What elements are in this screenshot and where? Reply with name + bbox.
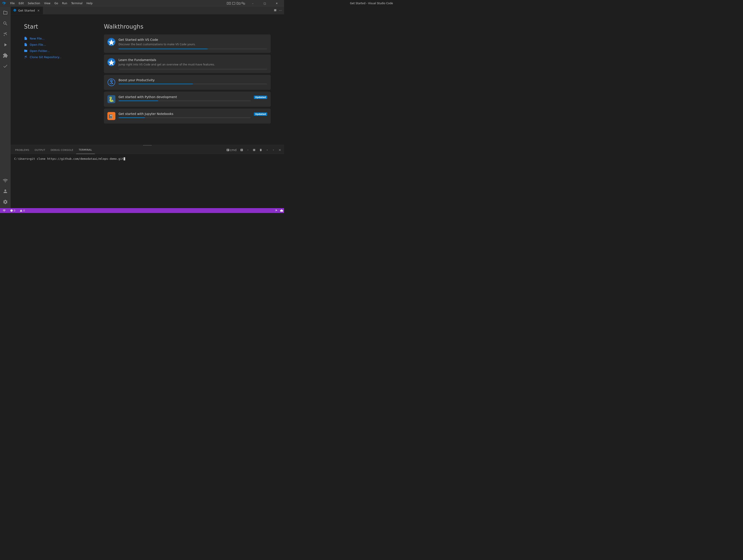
tab-actions: ··· [271, 7, 284, 14]
walkthroughs-title: Walkthroughs [104, 23, 271, 30]
warning-count: 0 [23, 209, 25, 212]
menu-go[interactable]: Go [53, 1, 60, 5]
minimize-button[interactable]: – [248, 0, 258, 7]
walkthrough-python-progress-bar [119, 100, 158, 101]
walkthrough-vscode-desc: Discover the best customizations to make… [119, 42, 267, 46]
open-file-icon [24, 43, 28, 46]
status-warnings[interactable]: 0 [19, 208, 26, 213]
svg-rect-3 [237, 2, 238, 4]
svg-text:📓: 📓 [108, 114, 114, 119]
clone-git-item[interactable]: Clone Git Repository... [24, 54, 91, 60]
status-notifications[interactable] [274, 208, 279, 213]
tab-title: Get Started [18, 9, 35, 12]
status-remote-button[interactable] [2, 208, 7, 213]
editor-content: Start New File... Open File... [11, 14, 284, 208]
walkthrough-jupyter-progress [119, 118, 251, 118]
menu-selection[interactable]: Selection [26, 1, 42, 5]
activity-item-testing[interactable] [0, 61, 11, 72]
panel-tab-bar: PROBLEMS OUTPUT DEBUG CONSOLE TERMINAL c… [11, 146, 284, 154]
open-folder-item[interactable]: Open Folder... [24, 48, 91, 54]
walkthrough-card-python[interactable]: 🐍 Get started with Python development Up… [104, 92, 271, 107]
activity-item-settings[interactable] [0, 197, 11, 207]
activity-item-run-debug[interactable] [0, 40, 11, 50]
walkthrough-jupyter-icon: 📓 [107, 112, 116, 120]
walkthrough-productivity-title: Boost your Productivity [119, 78, 267, 82]
activity-item-remote-explorer[interactable] [0, 175, 11, 186]
walkthrough-card-fundamentals[interactable]: Learn the Fundamentals Jump right into V… [104, 55, 271, 73]
menu-terminal[interactable]: Terminal [70, 1, 84, 5]
walkthrough-python-icon: 🐍 [107, 95, 116, 103]
walkthrough-python-progress [119, 100, 251, 101]
terminal-content[interactable]: C:\Users>git clone https://github.com/de… [11, 154, 284, 208]
menu-file[interactable]: File [8, 1, 16, 5]
tab-bar: Get Started × ··· [11, 7, 284, 14]
menu-help[interactable]: Help [85, 1, 94, 5]
python-updated-badge: Updated [254, 96, 267, 99]
close-panel-button[interactable] [277, 148, 282, 152]
walkthrough-vscode-text: Get Started with VS Code Discover the be… [119, 38, 267, 49]
activity-item-explorer[interactable] [0, 7, 11, 18]
walkthrough-vscode-title: Get Started with VS Code [119, 38, 267, 42]
panel-actions: cmd [225, 148, 282, 152]
error-count: 0 [14, 209, 15, 212]
svg-text:🐍: 🐍 [108, 96, 115, 102]
more-actions-button[interactable]: ··· [278, 8, 282, 13]
activity-item-search[interactable] [0, 18, 11, 29]
tab-close-button[interactable]: × [37, 9, 40, 12]
get-started-page: Start New File... Open File... [11, 14, 284, 145]
close-button[interactable]: ✕ [272, 0, 282, 7]
open-folder-icon [24, 49, 28, 53]
tab-icon [13, 9, 16, 12]
editor-area: Get Started × ··· Start [11, 7, 284, 208]
walkthrough-fundamentals-title: Learn the Fundamentals [119, 58, 267, 62]
status-bar: 0 0 [0, 208, 284, 213]
panel-tab-problems[interactable]: PROBLEMS [12, 146, 32, 154]
walkthrough-jupyter-progress-bar [119, 118, 145, 118]
walkthrough-productivity-icon [107, 78, 116, 86]
svg-rect-0 [227, 2, 228, 4]
menu-view[interactable]: View [42, 1, 52, 5]
split-terminal-button[interactable] [252, 148, 257, 152]
titlebar: File Edit Selection View Go Run Terminal… [0, 0, 284, 7]
titlebar-left: File Edit Selection View Go Run Terminal… [2, 1, 94, 6]
open-file-label: Open File... [30, 43, 46, 46]
activity-item-extensions[interactable] [0, 50, 11, 61]
walkthrough-card-jupyter[interactable]: 📓 Get started with Jupyter Notebooks Upd… [104, 108, 271, 124]
activity-item-account[interactable] [0, 186, 11, 197]
kill-terminal-button[interactable] [258, 148, 263, 152]
start-section: Start New File... Open File... [24, 23, 91, 136]
scroll-down-button[interactable] [271, 148, 276, 152]
walkthrough-fundamentals-icon [107, 58, 116, 66]
terminal-label: cmd [225, 148, 237, 152]
terminal-name: cmd [230, 148, 236, 152]
terminal-line: C:\Users>git clone https://github.com/de… [14, 157, 280, 161]
menu-run[interactable]: Run [60, 1, 69, 5]
panel-tab-output[interactable]: OUTPUT [32, 146, 48, 154]
terminal-cursor [124, 157, 125, 160]
walkthrough-jupyter-text: Get started with Jupyter Notebooks [119, 112, 251, 118]
panel-tab-terminal[interactable]: TERMINAL [76, 146, 95, 154]
walkthrough-python-title: Get started with Python development [119, 95, 251, 99]
walkthrough-vscode-icon [107, 38, 116, 46]
svg-rect-4 [239, 3, 241, 4]
clone-git-icon [24, 55, 28, 59]
open-file-item[interactable]: Open File... [24, 42, 91, 48]
walkthrough-python-text: Get started with Python development [119, 95, 251, 101]
terminal-chevron-button[interactable] [246, 148, 250, 151]
maximize-button[interactable]: □ [260, 0, 270, 7]
walkthrough-card-vscode[interactable]: Get Started with VS Code Discover the be… [104, 34, 271, 53]
scroll-up-button[interactable] [265, 148, 269, 152]
new-terminal-button[interactable] [239, 148, 244, 152]
activity-item-source-control[interactable] [0, 29, 11, 40]
tab-get-started[interactable]: Get Started × [11, 7, 43, 14]
status-errors[interactable]: 0 [9, 208, 16, 213]
status-cloud[interactable] [279, 208, 284, 213]
panel-tab-debug-console[interactable]: DEBUG CONSOLE [48, 146, 76, 154]
svg-rect-1 [229, 2, 230, 4]
split-editor-button[interactable] [273, 8, 277, 13]
svg-rect-2 [232, 2, 235, 4]
walkthrough-card-productivity[interactable]: Boost your Productivity [104, 75, 271, 90]
menu-edit[interactable]: Edit [17, 1, 26, 5]
new-file-item[interactable]: New File... [24, 35, 91, 42]
app-body: Get Started × ··· Start [0, 7, 284, 208]
